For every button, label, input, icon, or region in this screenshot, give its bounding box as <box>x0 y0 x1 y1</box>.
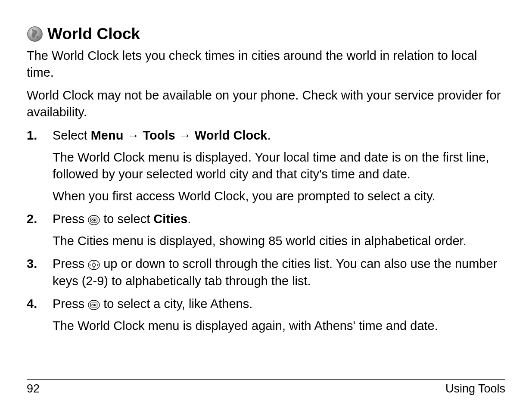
menu-path-tools: Tools <box>143 128 175 142</box>
menu-path-menu: Menu <box>91 128 124 142</box>
text: up or down to scroll through the cities … <box>53 257 497 287</box>
step-1: Select Menu → Tools → World Clock. The W… <box>27 127 505 205</box>
step-2: Press OK to select Cities. The Cities me… <box>27 211 505 249</box>
step-3: Press up or down to scroll through the c… <box>27 255 505 289</box>
text: Press <box>53 297 88 311</box>
text: Press <box>53 257 88 271</box>
text: . <box>267 128 271 142</box>
section-name: Using Tools <box>445 382 505 395</box>
step-4-detail: The World Clock menu is displayed again,… <box>53 318 505 334</box>
arrow-icon: → <box>127 128 139 142</box>
step-2-instruction: Press OK to select Cities. <box>53 211 505 227</box>
arrow-icon: → <box>179 128 191 142</box>
text: . <box>187 212 191 226</box>
step-4: Press OK to select a city, like Athens. … <box>27 296 505 334</box>
ok-key-icon: OK <box>88 298 100 308</box>
menu-path-world-clock: World Clock <box>195 128 268 142</box>
text: to select a city, like Athens. <box>100 297 252 311</box>
step-2-detail: The Cities menu is displayed, showing 85… <box>53 233 505 249</box>
steps-list: Select Menu → Tools → World Clock. The W… <box>27 127 505 334</box>
svg-point-5 <box>92 263 96 267</box>
text: to select <box>100 212 153 226</box>
step-4-instruction: Press OK to select a city, like Athens. <box>53 296 505 312</box>
nav-key-icon <box>88 258 100 268</box>
ok-key-icon: OK <box>88 213 100 223</box>
cities-label: Cities <box>153 212 187 226</box>
section-heading-row: World Clock <box>27 25 505 43</box>
intro-paragraph-2: World Clock may not be available on your… <box>27 87 505 121</box>
text: Press <box>53 212 88 226</box>
svg-text:OK: OK <box>91 303 96 307</box>
section-title: World Clock <box>47 25 140 43</box>
text: Select <box>53 128 91 142</box>
globe-icon <box>27 26 43 42</box>
step-3-instruction: Press up or down to scroll through the c… <box>53 255 505 289</box>
intro-paragraph-1: The World Clock lets you check times in … <box>27 47 505 81</box>
step-1-instruction: Select Menu → Tools → World Clock. <box>53 127 505 144</box>
step-1-detail-2: When you first access World Clock, you a… <box>53 188 505 205</box>
page-footer: 92 Using Tools <box>27 379 505 395</box>
step-1-detail-1: The World Clock menu is displayed. Your … <box>53 149 505 183</box>
page-number: 92 <box>27 382 40 395</box>
svg-text:OK: OK <box>91 218 96 222</box>
